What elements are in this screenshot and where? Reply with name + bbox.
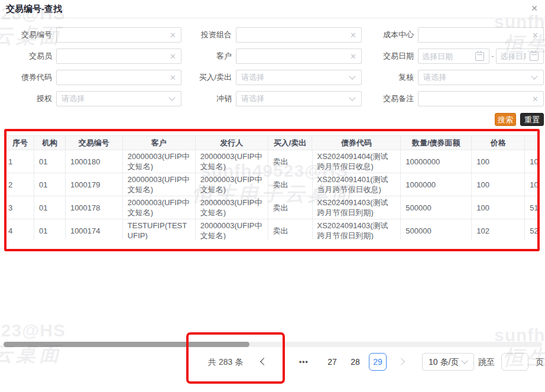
cell: 卖出 [268,196,313,219]
chevron-down-icon [349,73,355,79]
header-buy-sell: 买入/卖出 [268,136,313,150]
trade-date-start-input[interactable] [418,48,489,64]
cell: XS2024091401(测试当月跨节假日收息) [313,173,401,196]
chevron-down-icon [168,94,175,101]
calendar-icon[interactable] [475,52,484,61]
cell: 1000180 [66,150,123,173]
cell: 卖出 [268,219,313,239]
clear-icon[interactable]: ✕ [531,31,543,40]
cell: 20000003(UFIP中文短名) [123,196,196,219]
cell: 3 [7,196,34,219]
pagination-total: 共 283 条 [208,353,243,371]
page-size-value: 10 条/页 [423,353,462,371]
customer-field[interactable] [236,50,349,63]
cell: TESTUFIP(TESTUFIP) [123,219,196,239]
header-customer: 客户 [123,136,196,150]
header-quantity: 数量/债券面额 [401,136,472,150]
cell: 20000003(UFIP中文短名) [196,219,268,239]
cell: 1000178 [66,196,123,219]
cost-center-field[interactable] [419,28,531,41]
bond-code-field[interactable] [57,71,168,84]
page-button-27[interactable]: 27 [325,353,340,371]
customer-label: 客户 [177,48,232,64]
select-placeholder: 请选择 [236,72,350,83]
portfolio-field[interactable] [236,28,349,41]
table-header-row: 序号 机构 交易编号 客户 发行人 买入/卖出 债券代码 数量/债券面额 价格 [7,136,540,150]
search-button[interactable]: 搜索 [495,113,516,126]
buy-sell-select[interactable]: 请选择 [236,70,362,85]
bond-code-label: 债券代码 [0,70,52,85]
page-button-28[interactable]: 28 [348,353,363,371]
cost-center-input[interactable]: ✕ [418,27,544,43]
header-price: 价格 [472,136,525,150]
header-org: 机构 [34,136,66,150]
cell: 52 [525,219,540,239]
cell: 10 [525,150,540,173]
cell: 1000174 [66,219,123,239]
cell: 20000003(UFIP中文短名) [196,150,268,173]
trade-no-field[interactable] [57,28,168,41]
trade-no-input[interactable]: ✕ [56,27,181,43]
cell: 01 [34,150,66,173]
cell: XS2024091403(测试跨月节假日到期) [313,219,401,239]
cell: 01 [34,173,66,196]
chevron-down-icon [349,94,355,101]
trader-input[interactable]: ✕ [56,48,181,64]
cell: 2 [7,173,34,196]
customer-input[interactable]: ✕ [236,48,362,64]
writeoff-select[interactable]: 请选择 [236,91,362,106]
authorize-label: 授权 [0,91,52,106]
remark-field[interactable] [419,92,531,105]
cell: 卖出 [268,173,313,196]
select-placeholder: 请选择 [236,93,350,104]
clear-icon[interactable]: ✕ [349,31,361,40]
reset-button[interactable]: 重置 [520,113,544,126]
authorize-select[interactable]: 请选择 [56,91,181,106]
cell: 1000179 [66,173,123,196]
table-row[interactable]: 4 01 1000174 TESTUFIP(TESTUFIP) 20000003… [7,219,540,239]
cell: 500000 [401,219,472,239]
review-select[interactable]: 请选择 [418,70,544,85]
jump-to-field[interactable] [502,354,528,371]
table-row[interactable]: 3 01 1000178 20000003(UFIP中文短名) 20000003… [7,196,540,219]
horizontal-scrollbar-track[interactable] [4,342,542,347]
header-extra [525,136,540,150]
calendar-icon[interactable] [530,52,538,61]
cell: 100 [472,196,525,219]
next-page-button[interactable] [395,353,407,371]
cell: 卖出 [268,150,313,173]
pagination-ellipsis[interactable]: ••• [299,353,309,371]
trade-date-start-field[interactable] [419,50,475,63]
table-row[interactable]: 1 01 1000180 20000003(UFIP中文短名) 20000003… [7,150,540,173]
page-title: 交易编号-查找 [6,4,62,15]
cell: 20000003(UFIP中文短名) [196,196,268,219]
page-button-29-active[interactable]: 29 [369,353,387,371]
horizontal-scrollbar-thumb[interactable] [4,342,249,347]
cell: 10 [525,173,540,196]
title-divider [0,18,545,18]
clear-icon[interactable]: ✕ [349,52,361,61]
trade-search-dialog: sunfh49523@HS 恒生电子云桌面 sunfh49523@HS 恒生电子… [0,0,545,392]
trader-field[interactable] [57,50,168,63]
page-suffix-label: 页 [536,353,544,371]
cell: 4 [7,219,34,239]
bond-code-input[interactable]: ✕ [56,70,181,85]
trade-date-end-input[interactable] [496,48,544,64]
page-size-select[interactable]: 10 条/页 [422,353,474,371]
close-icon[interactable]: ✕ [531,3,538,14]
cell: 20000003(UFIP中文短名) [196,173,268,196]
cell: 51 [525,196,540,219]
jump-to-input[interactable] [501,353,528,371]
table-row[interactable]: 2 01 1000179 20000003(UFIP中文短名) 20000003… [7,173,540,196]
portfolio-input[interactable]: ✕ [236,27,362,43]
buy-sell-label: 买入/卖出 [177,70,232,85]
cost-center-label: 成本中心 [362,27,414,43]
clear-icon[interactable]: ✕ [531,95,543,103]
cell: 20000003(UFIP中文短名) [123,150,196,173]
trade-date-end-field[interactable] [497,50,530,63]
prev-page-button[interactable] [258,353,270,371]
cell: 01 [34,196,66,219]
jump-to-label: 跳至 [478,353,495,371]
remark-input[interactable]: ✕ [418,91,544,106]
trade-date-label: 交易日期 [362,48,414,64]
